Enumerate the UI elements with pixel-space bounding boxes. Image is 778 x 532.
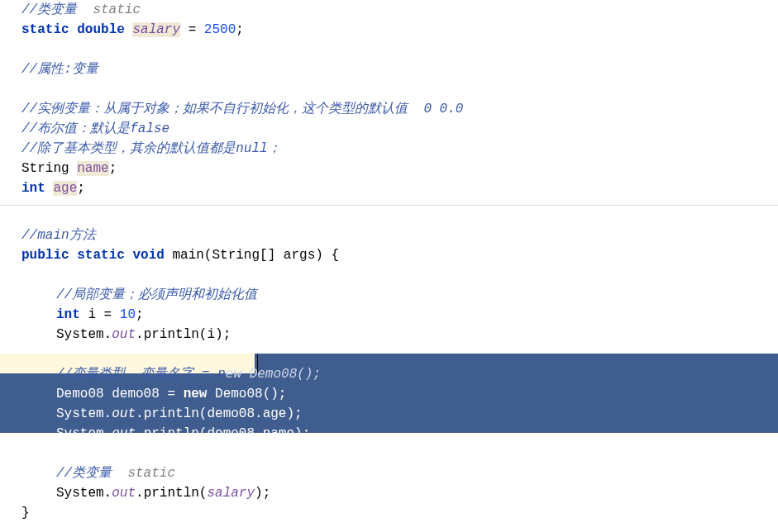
code-line[interactable]: //变量类型 变量名字 = new Demo08(); bbox=[0, 364, 778, 384]
code-line[interactable]: System.out.println(demo08.age); bbox=[0, 404, 778, 424]
code-line[interactable]: static double salary = 2500; bbox=[0, 20, 778, 40]
code-editor[interactable]: //类变量 static static double salary = 2500… bbox=[0, 0, 778, 523]
blank-line[interactable] bbox=[0, 344, 778, 364]
code-line[interactable]: System.out.println(demo08.name); bbox=[0, 424, 778, 444]
section-divider bbox=[0, 205, 778, 226]
blank-line[interactable] bbox=[0, 265, 778, 285]
blank-line[interactable] bbox=[0, 444, 778, 463]
code-line[interactable]: //实例变量：从属于对象；如果不自行初始化，这个类型的默认值 0 0.0 bbox=[0, 99, 778, 119]
code-line[interactable]: public static void main(String[] args) { bbox=[0, 245, 778, 265]
code-line[interactable]: String name; bbox=[0, 159, 778, 178]
code-line[interactable]: int i = 10; bbox=[0, 305, 778, 325]
code-line[interactable]: //main方法 bbox=[0, 226, 778, 245]
blank-line[interactable] bbox=[0, 79, 778, 99]
code-line[interactable]: //布尔值：默认是false bbox=[0, 119, 778, 139]
code-line[interactable]: int age; bbox=[0, 178, 778, 198]
code-line[interactable]: //局部变量；必须声明和初始化值 bbox=[0, 285, 778, 305]
text-caret bbox=[257, 354, 258, 373]
code-line[interactable]: //类变量 static bbox=[0, 0, 778, 20]
code-line[interactable]: } bbox=[0, 503, 778, 523]
code-line[interactable]: System.out.println(i); bbox=[0, 325, 778, 344]
code-line[interactable]: //类变量 static bbox=[0, 463, 778, 483]
code-line[interactable]: //属性:变量 bbox=[0, 59, 778, 79]
code-line[interactable]: //除了基本类型，其余的默认值都是null； bbox=[0, 139, 778, 159]
blank-line[interactable] bbox=[0, 40, 778, 59]
code-line[interactable]: System.out.println(salary); bbox=[0, 483, 778, 503]
code-line[interactable]: Demo08 demo08 = new Demo08(); bbox=[0, 384, 778, 404]
